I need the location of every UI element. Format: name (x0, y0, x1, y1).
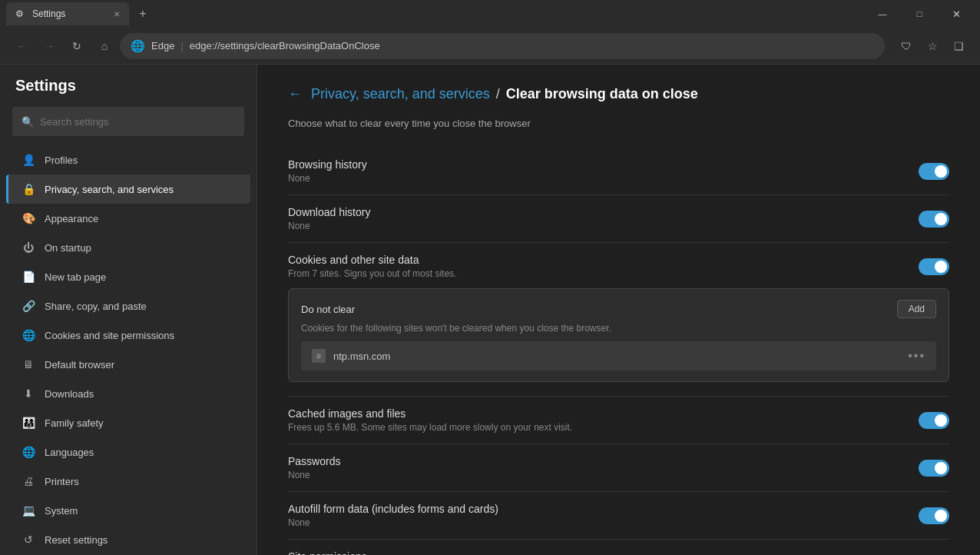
browser-essentials-button[interactable]: 🛡 (894, 34, 919, 58)
toggle-download-history[interactable] (919, 211, 949, 228)
minimize-button[interactable]: — (865, 2, 900, 25)
sidebar-item-system[interactable]: 💻 System (6, 496, 250, 525)
site-name: ntp.msn.com (333, 351, 900, 362)
site-more-button[interactable]: ••• (908, 349, 925, 363)
sidebar-item-share-copy[interactable]: 🔗 Share, copy, and paste (6, 291, 250, 321)
setting-row-site-permissions: Site permissions None (288, 540, 949, 555)
sidebar-label-system: System (45, 505, 78, 517)
sidebar-item-new-tab[interactable]: 📄 New tab page (6, 262, 250, 291)
sidebar-label-reset: Reset settings (45, 534, 108, 546)
refresh-button[interactable]: ↻ (65, 34, 89, 58)
sidebar-item-privacy[interactable]: 🔒 Privacy, search, and services (6, 174, 250, 204)
setting-name-cached-images: Cached images and files (288, 407, 572, 420)
sidebar-label-family-safety: Family safety (45, 417, 104, 429)
breadcrumb-back-button[interactable]: ← (288, 86, 302, 102)
setting-row-cached-images: Cached images and files Frees up 5.6 MB.… (288, 397, 949, 444)
tab-close-button[interactable]: ✕ (114, 10, 120, 18)
sidebar-icon-privacy: 🔒 (22, 182, 35, 196)
title-bar: ⚙ Settings ✕ + — □ ✕ (0, 0, 980, 28)
sidebar-label-printers: Printers (45, 476, 79, 487)
search-input[interactable] (40, 116, 235, 128)
forward-button[interactable]: → (37, 34, 61, 58)
sidebar-label-cookies: Cookies and site permissions (45, 330, 174, 341)
sidebar-item-printers[interactable]: 🖨 Printers (6, 467, 250, 496)
nav-bar: ← → ↻ ⌂ 🌐 Edge | edge://settings/clearBr… (0, 28, 980, 65)
main-layout: Settings 🔍 👤 Profiles 🔒 Privacy, search,… (0, 65, 980, 555)
setting-desc-browsing-history: None (288, 173, 367, 184)
sidebar-label-privacy: Privacy, search, and services (45, 184, 174, 195)
new-tab-button[interactable]: + (132, 3, 154, 25)
home-button[interactable]: ⌂ (92, 34, 117, 58)
toggle-passwords[interactable] (919, 460, 949, 477)
setting-desc-cached-images: Frees up 5.6 MB. Some sites may load mor… (288, 422, 572, 433)
site-entry: ≡ ntp.msn.com ••• (301, 341, 936, 371)
back-button[interactable]: ← (9, 34, 34, 58)
sidebar-item-on-startup[interactable]: ⏻ On startup (6, 233, 250, 262)
toggle-browsing-history[interactable] (919, 163, 949, 180)
sidebar-icon-printers: 🖨 (22, 474, 35, 488)
setting-name-passwords: Passwords (288, 455, 340, 467)
sidebar-label-profiles: Profiles (45, 155, 78, 166)
setting-row-autofill: Autofill form data (includes forms and c… (288, 492, 949, 540)
sidebar-label-downloads: Downloads (45, 388, 94, 400)
address-bar[interactable]: 🌐 Edge | edge://settings/clearBrowsingDa… (120, 33, 885, 59)
address-edge-label: Edge (151, 40, 174, 52)
search-box[interactable]: 🔍 (12, 107, 244, 136)
close-button[interactable]: ✕ (939, 2, 974, 25)
sidebar-icon-on-startup: ⏻ (22, 241, 35, 254)
sidebar-item-profiles[interactable]: 👤 Profiles (6, 145, 250, 174)
page-subtitle: Choose what to clear every time you clos… (288, 118, 949, 129)
breadcrumb-link[interactable]: Privacy, search, and services (311, 86, 490, 102)
sidebar-item-family-safety[interactable]: 👨‍👩‍👧 Family safety (6, 408, 250, 437)
toggle-cached-images[interactable] (919, 412, 949, 429)
sidebar-item-languages[interactable]: 🌐 Languages (6, 437, 250, 467)
maximize-button[interactable]: □ (902, 2, 937, 25)
sidebar-item-cookies[interactable]: 🌐 Cookies and site permissions (6, 321, 250, 350)
sidebar-icon-default-browser: 🖥 (22, 357, 35, 371)
setting-desc-autofill: None (288, 517, 498, 528)
sidebar-label-languages: Languages (45, 447, 94, 458)
setting-row-passwords: Passwords None (288, 444, 949, 492)
do-not-clear-title: Do not clear (301, 304, 355, 315)
settings-tab[interactable]: ⚙ Settings ✕ (6, 2, 129, 25)
page-header: ← Privacy, search, and services / Clear … (288, 86, 949, 102)
nav-right-buttons: 🛡 ☆ ❏ (894, 34, 971, 58)
tab-bar: ⚙ Settings ✕ + (6, 2, 859, 25)
collections-button[interactable]: ❏ (946, 34, 971, 58)
tab-title: Settings (32, 8, 65, 19)
sidebar-item-default-browser[interactable]: 🖥 Default browser (6, 350, 250, 379)
do-not-clear-desc: Cookies for the following sites won't be… (301, 323, 936, 334)
do-not-clear-box: Do not clear Add Cookies for the followi… (288, 288, 949, 382)
sidebar-item-reset[interactable]: ↺ Reset settings (6, 525, 250, 554)
favorites-button[interactable]: ☆ (920, 34, 945, 58)
tab-icon: ⚙ (15, 8, 26, 19)
setting-name-download-history: Download history (288, 206, 370, 218)
sidebar-item-downloads[interactable]: ⬇ Downloads (6, 379, 250, 408)
sidebar-icon-family-safety: 👨‍👩‍👧 (22, 416, 35, 430)
setting-desc-passwords: None (288, 470, 340, 480)
toggle-autofill[interactable] (919, 507, 949, 524)
toggle-cookies[interactable] (919, 258, 949, 275)
sidebar-icon-languages: 🌐 (22, 445, 35, 459)
breadcrumb-separator: / (496, 86, 500, 102)
sidebar-label-on-startup: On startup (45, 242, 91, 254)
search-icon: 🔍 (22, 116, 34, 128)
setting-name-cookies: Cookies and other site data (288, 254, 456, 266)
sidebar-icon-downloads: ⬇ (22, 387, 35, 400)
sidebar: Settings 🔍 👤 Profiles 🔒 Privacy, search,… (0, 65, 257, 555)
address-separator: | (180, 40, 183, 52)
setting-row-browsing-history: Browsing history None (288, 148, 949, 195)
setting-row-download-history: Download history None (288, 195, 949, 243)
setting-name-site-permissions: Site permissions (288, 550, 367, 555)
sidebar-label-share-copy: Share, copy, and paste (45, 301, 147, 312)
site-favicon: ≡ (312, 349, 326, 363)
sidebar-icon-reset: ↺ (22, 533, 35, 547)
sidebar-label-new-tab: New tab page (45, 271, 106, 283)
sidebar-item-appearance[interactable]: 🎨 Appearance (6, 204, 250, 233)
setting-name-browsing-history: Browsing history (288, 158, 367, 171)
add-site-button[interactable]: Add (897, 300, 936, 318)
sidebar-label-default-browser: Default browser (45, 359, 114, 371)
setting-row-cookies: Cookies and other site data From 7 sites… (288, 243, 949, 397)
sidebar-icon-profiles: 👤 (22, 153, 35, 167)
sidebar-label-appearance: Appearance (45, 213, 98, 224)
